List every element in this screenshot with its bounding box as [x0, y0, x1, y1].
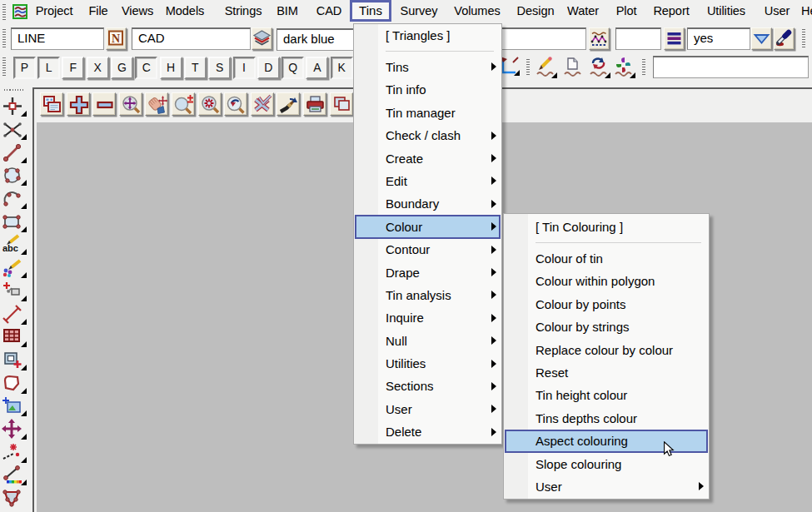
svg-text:N: N	[112, 32, 120, 45]
svg-text:abc: abc	[2, 243, 18, 253]
